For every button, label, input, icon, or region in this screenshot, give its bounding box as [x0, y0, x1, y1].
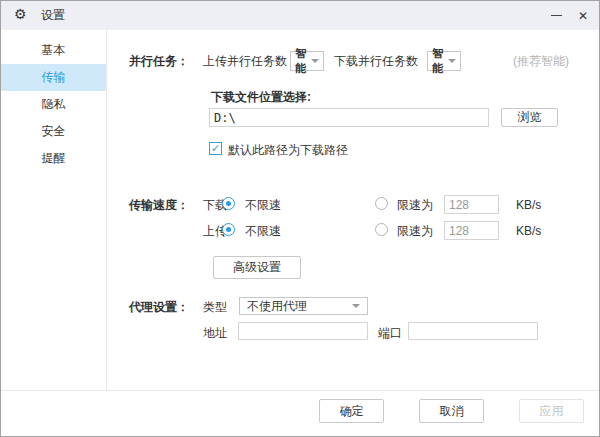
window-title: 设置	[41, 1, 65, 30]
speed-upload-unlimited-label: 不限速	[245, 224, 281, 239]
close-icon: ✕	[578, 9, 588, 23]
speed-upload-limit-label: 限速为	[397, 224, 433, 239]
upload-parallel-label: 上传并行任务数	[203, 54, 287, 69]
download-parallel-dropdown[interactable]: 智能	[427, 51, 461, 71]
sidebar: 基本 传输 隐私 安全 提醒	[1, 37, 106, 172]
speed-upload-limit-input[interactable]	[444, 221, 499, 240]
titlebar: ⚙ 设置 ✕	[1, 1, 599, 30]
upload-parallel-dropdown[interactable]: 智能	[290, 51, 324, 71]
parallel-section-label: 并行任务：	[129, 54, 189, 69]
sidebar-item-transfer[interactable]: 传输	[1, 64, 106, 91]
speed-download-unit: KB/s	[516, 198, 541, 213]
apply-button: 应用	[519, 399, 584, 423]
upload-parallel-value: 智能	[295, 46, 311, 76]
gear-icon: ⚙	[14, 6, 27, 22]
proxy-type-value: 不使用代理	[247, 298, 307, 315]
parallel-hint: (推荐智能)	[513, 54, 569, 69]
settings-window: ⚙ 设置 ✕ 基本 传输 隐私 安全 提醒 并行任务： 上传并行任务数 智能 下…	[0, 0, 600, 437]
checkmark-icon: ✓	[211, 142, 220, 154]
sidebar-item-privacy[interactable]: 隐私	[1, 91, 106, 118]
speed-download-unlimited-label: 不限速	[245, 198, 281, 213]
sidebar-item-security[interactable]: 安全	[1, 118, 106, 145]
minimize-icon	[551, 15, 562, 16]
chevron-down-icon	[311, 59, 319, 63]
download-parallel-value: 智能	[432, 46, 448, 76]
minimize-button[interactable]	[541, 1, 571, 30]
default-path-label: 默认此路径为下载路径	[228, 143, 348, 158]
browse-button[interactable]: 浏览	[501, 108, 558, 127]
speed-download-unlimited-radio[interactable]	[222, 197, 235, 210]
proxy-address-input[interactable]	[238, 322, 368, 340]
chevron-down-icon	[352, 304, 360, 308]
speed-upload-unlimited-radio[interactable]	[222, 223, 235, 236]
footer-separator	[1, 390, 600, 391]
speed-section-label: 传输速度：	[129, 198, 189, 213]
sidebar-item-reminder[interactable]: 提醒	[1, 145, 106, 172]
proxy-type-dropdown[interactable]: 不使用代理	[239, 297, 368, 315]
sidebar-separator	[106, 30, 107, 390]
close-button[interactable]: ✕	[569, 1, 597, 30]
download-path-input[interactable]	[209, 108, 489, 127]
proxy-port-label: 端口	[378, 326, 402, 341]
advanced-settings-button[interactable]: 高级设置	[213, 256, 301, 279]
speed-upload-limit-radio[interactable]	[375, 223, 388, 236]
download-parallel-label: 下载并行任务数	[334, 54, 418, 69]
cancel-button[interactable]: 取消	[419, 399, 484, 423]
speed-download-limit-label: 限速为	[397, 198, 433, 213]
proxy-address-label: 地址	[203, 326, 227, 341]
chevron-down-icon	[448, 59, 456, 63]
proxy-port-input[interactable]	[408, 322, 538, 340]
download-location-label: 下载文件位置选择:	[211, 90, 311, 105]
sidebar-item-basic[interactable]: 基本	[1, 37, 106, 64]
ok-button[interactable]: 确定	[319, 399, 384, 423]
proxy-type-label: 类型	[203, 300, 227, 315]
speed-download-limit-radio[interactable]	[375, 197, 388, 210]
speed-upload-unit: KB/s	[516, 224, 541, 239]
speed-download-limit-input[interactable]	[444, 195, 499, 214]
default-path-checkbox[interactable]: ✓	[209, 142, 222, 155]
proxy-section-label: 代理设置：	[129, 300, 189, 315]
